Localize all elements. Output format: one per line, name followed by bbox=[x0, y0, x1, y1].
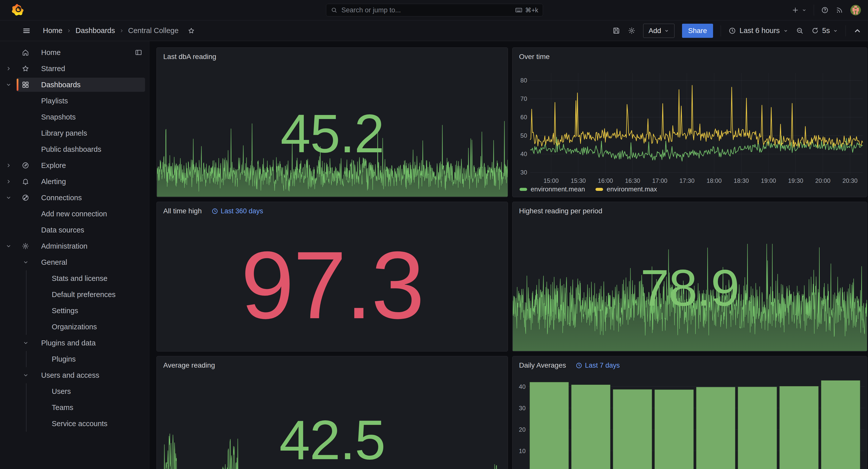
sidebar-item-home[interactable]: Home bbox=[0, 44, 149, 61]
sidebar-item-default-preferences[interactable]: Default preferences bbox=[0, 287, 149, 303]
svg-text:30: 30 bbox=[519, 405, 526, 411]
sidebar-item-stats-and-license[interactable]: Stats and license bbox=[0, 270, 149, 287]
sidebar-item-connections[interactable]: Connections bbox=[0, 190, 149, 206]
sidebar-item-label: Teams bbox=[52, 403, 73, 412]
panel-title[interactable]: All time high bbox=[163, 207, 202, 215]
sidebar-item-plugins-and-data[interactable]: Plugins and data bbox=[0, 335, 149, 351]
compass-icon bbox=[22, 162, 29, 169]
stat-value-last-dba: 45.2 bbox=[157, 106, 508, 161]
sidebar-item-snapshots[interactable]: Snapshots bbox=[0, 109, 149, 125]
timeseries-chart[interactable]: 15:0015:3016:0016:3017:0017:3018:0018:30… bbox=[513, 48, 867, 197]
news-rss-icon[interactable] bbox=[836, 6, 843, 14]
legend-color-mean bbox=[520, 188, 527, 191]
chevron-right-icon[interactable] bbox=[5, 66, 11, 72]
sidebar-item-add-new-connection[interactable]: Add new connection bbox=[0, 206, 149, 222]
save-dashboard-icon[interactable] bbox=[612, 27, 620, 35]
panel-over-time: Over time 15:0015:3016:0016:3017:0017:30… bbox=[512, 47, 867, 197]
sidebar-item-label: Library panels bbox=[41, 129, 87, 137]
panel-title[interactable]: Over time bbox=[519, 53, 550, 61]
grafana-logo[interactable] bbox=[11, 4, 24, 16]
clock-icon bbox=[728, 27, 736, 35]
legend-item-mean[interactable]: environment.mean bbox=[520, 185, 585, 193]
search-icon bbox=[331, 7, 337, 13]
zoom-out-icon[interactable] bbox=[796, 27, 804, 35]
panel-title[interactable]: Average reading bbox=[163, 361, 215, 369]
chevron-right-icon bbox=[119, 28, 124, 33]
sidebar-item-label: Plugins and data bbox=[41, 339, 96, 347]
add-button[interactable]: Add bbox=[643, 24, 675, 38]
sidebar-item-teams[interactable]: Teams bbox=[0, 399, 149, 415]
svg-text:40: 40 bbox=[519, 383, 526, 390]
sidebar-item-explore[interactable]: Explore bbox=[0, 157, 149, 173]
svg-text:19:30: 19:30 bbox=[788, 177, 803, 184]
new-plus-icon[interactable] bbox=[792, 6, 799, 14]
sidebar-item-administration[interactable]: Administration bbox=[0, 238, 149, 254]
collapse-toolbar-icon[interactable] bbox=[854, 27, 862, 35]
chevron-down-icon[interactable] bbox=[5, 82, 11, 88]
chevron-down-icon[interactable] bbox=[802, 7, 807, 12]
panel-title[interactable]: Daily Averages bbox=[519, 361, 566, 369]
svg-text:80: 80 bbox=[520, 77, 527, 84]
user-avatar[interactable] bbox=[850, 5, 861, 15]
sidebar-item-playlists[interactable]: Playlists bbox=[0, 93, 149, 109]
sidebar-item-users-and-access[interactable]: Users and access bbox=[0, 367, 149, 383]
help-icon[interactable] bbox=[821, 6, 829, 14]
shortcut-label: ⌘+k bbox=[525, 6, 538, 14]
sidebar-item-alerting[interactable]: Alerting bbox=[0, 173, 149, 190]
share-button[interactable]: Share bbox=[682, 24, 713, 38]
chevron-down-icon[interactable] bbox=[5, 243, 11, 249]
svg-text:10: 10 bbox=[519, 447, 526, 455]
chevron-right-icon bbox=[66, 28, 71, 33]
top-navigation-bar: ⌘+k bbox=[0, 0, 868, 21]
time-range-picker[interactable]: Last 6 hours bbox=[728, 27, 788, 35]
sidebar-navigation: HomeStarredDashboardsPlaylistsSnapshotsL… bbox=[0, 41, 149, 469]
chevron-down-icon bbox=[664, 28, 669, 33]
sidebar-item-starred[interactable]: Starred bbox=[0, 61, 149, 77]
stat-value-highest: 78.9 bbox=[513, 262, 867, 313]
sidebar-item-label: Service accounts bbox=[52, 420, 107, 428]
sidebar-item-label: Default preferences bbox=[52, 291, 116, 299]
chevron-down-icon[interactable] bbox=[23, 340, 29, 346]
clock-icon bbox=[576, 362, 582, 369]
sidebar-item-plugins[interactable]: Plugins bbox=[0, 351, 149, 367]
apps-icon bbox=[22, 81, 29, 89]
sidebar-item-settings[interactable]: Settings bbox=[0, 303, 149, 319]
dock-panel-icon[interactable] bbox=[135, 49, 142, 56]
global-search[interactable]: ⌘+k bbox=[326, 4, 543, 16]
sidebar-item-users[interactable]: Users bbox=[0, 383, 149, 399]
chevron-right-icon[interactable] bbox=[5, 162, 11, 168]
svg-text:18:30: 18:30 bbox=[734, 177, 749, 184]
panel-title[interactable]: Highest reading per period bbox=[519, 207, 602, 215]
chevron-down-icon[interactable] bbox=[23, 259, 29, 265]
divider bbox=[814, 4, 814, 15]
sidebar-item-label: Alerting bbox=[41, 177, 66, 186]
chevron-right-icon[interactable] bbox=[5, 178, 11, 185]
sidebar-item-dashboards[interactable]: Dashboards bbox=[0, 77, 149, 93]
panel-title[interactable]: Last dbA reading bbox=[163, 53, 216, 61]
sidebar-item-library-panels[interactable]: Library panels bbox=[0, 125, 149, 141]
dashboard-settings-icon[interactable] bbox=[628, 27, 636, 35]
refresh-picker[interactable]: 5s bbox=[811, 27, 838, 35]
time-range-link-7-days[interactable]: Last 7 days bbox=[576, 362, 620, 369]
legend-item-max[interactable]: environment.max bbox=[595, 185, 657, 193]
link-label: Last 360 days bbox=[221, 207, 263, 215]
sidebar-item-service-accounts[interactable]: Service accounts bbox=[0, 415, 149, 432]
breadcrumb-current[interactable]: Central College bbox=[128, 27, 179, 35]
menu-icon[interactable] bbox=[22, 27, 31, 35]
sidebar-item-general[interactable]: General bbox=[0, 254, 149, 270]
chevron-down-icon[interactable] bbox=[23, 372, 29, 378]
panel-all-time-high: All time high Last 360 days 97.3 bbox=[156, 202, 508, 351]
search-input[interactable] bbox=[341, 6, 515, 14]
sidebar-item-label: Plugins bbox=[52, 355, 76, 363]
panel-daily-averages: Daily Averages Last 7 days 10203040 bbox=[512, 356, 867, 469]
sidebar-item-public-dashboards[interactable]: Public dashboards bbox=[0, 141, 149, 157]
sidebar-item-label: Starred bbox=[41, 65, 65, 73]
sidebar-item-organizations[interactable]: Organizations bbox=[0, 319, 149, 335]
divider bbox=[845, 25, 846, 36]
favorite-star-icon[interactable] bbox=[188, 27, 195, 34]
sidebar-item-data-sources[interactable]: Data sources bbox=[0, 222, 149, 238]
breadcrumb-home[interactable]: Home bbox=[43, 27, 62, 35]
time-range-link-360-days[interactable]: Last 360 days bbox=[212, 207, 263, 215]
chevron-down-icon[interactable] bbox=[5, 195, 11, 201]
breadcrumb-dashboards[interactable]: Dashboards bbox=[75, 27, 115, 35]
